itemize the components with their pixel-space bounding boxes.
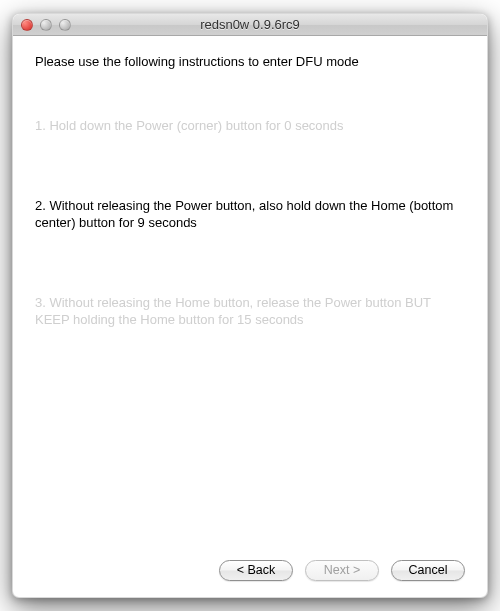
window-title: redsn0w 0.9.6rc9 bbox=[13, 17, 487, 32]
spacer bbox=[35, 391, 465, 550]
next-button: Next > bbox=[305, 560, 379, 581]
content-area: Please use the following instructions to… bbox=[13, 36, 487, 597]
traffic-lights bbox=[13, 19, 71, 31]
close-icon[interactable] bbox=[21, 19, 33, 31]
back-button[interactable]: < Back bbox=[219, 560, 293, 581]
minimize-icon[interactable] bbox=[40, 19, 52, 31]
zoom-icon[interactable] bbox=[59, 19, 71, 31]
wizard-buttons: < Back Next > Cancel bbox=[35, 550, 465, 583]
dfu-step-3: 3. Without releasing the Home button, re… bbox=[35, 294, 465, 329]
instruction-heading: Please use the following instructions to… bbox=[35, 54, 465, 69]
titlebar[interactable]: redsn0w 0.9.6rc9 bbox=[13, 14, 487, 36]
dfu-step-1: 1. Hold down the Power (corner) button f… bbox=[35, 117, 465, 135]
cancel-button[interactable]: Cancel bbox=[391, 560, 465, 581]
app-window: redsn0w 0.9.6rc9 Please use the followin… bbox=[12, 13, 488, 598]
dfu-step-2: 2. Without releasing the Power button, a… bbox=[35, 197, 465, 232]
